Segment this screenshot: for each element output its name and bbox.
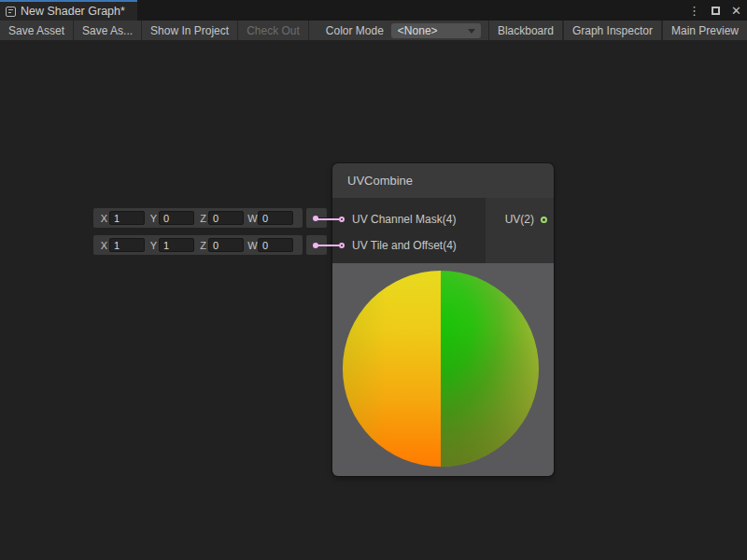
close-icon[interactable]: ✕ [731, 5, 741, 17]
axis-label-y: Y [148, 213, 159, 224]
node-header[interactable]: UVCombine [332, 163, 554, 198]
save-as-button[interactable]: Save As... [74, 21, 142, 40]
menu-kebab-icon[interactable]: ⋮ [688, 5, 700, 17]
vector-field-w[interactable] [258, 211, 293, 225]
blackboard-button[interactable]: Blackboard [488, 21, 563, 40]
preview-sphere [343, 271, 539, 467]
axis-label-w: W [247, 213, 258, 224]
node-body: UV Channel Mask(4) UV Tile and Offset(4)… [332, 198, 554, 263]
output-port-icon[interactable] [541, 217, 547, 223]
edge-uv-tile-offset[interactable] [317, 245, 339, 246]
node-uvcombine[interactable]: UVCombine UV Channel Mask(4) UV Tile and… [332, 163, 554, 476]
check-out-button: Check Out [238, 21, 309, 40]
axis-label-y: Y [148, 240, 159, 251]
axis-label-z: Z [198, 240, 208, 251]
chevron-down-icon [468, 29, 475, 34]
color-mode-value: <None> [398, 24, 438, 37]
vector4-input-row-1: X Y Z W [93, 208, 303, 228]
graph-inspector-button[interactable]: Graph Inspector [563, 21, 662, 40]
show-in-project-button[interactable]: Show In Project [142, 21, 238, 40]
save-asset-button[interactable]: Save Asset [0, 21, 74, 40]
axis-label-w: W [247, 240, 258, 251]
output-port-uv[interactable]: UV(2) [505, 214, 547, 225]
toolbar: Save Asset Save As... Show In Project Ch… [0, 21, 747, 40]
input-port-uv-channel-mask[interactable]: UV Channel Mask(4) [339, 214, 456, 225]
axis-label-z: Z [198, 213, 208, 224]
shader-graph-icon [6, 7, 16, 17]
maximize-icon[interactable] [712, 7, 720, 15]
input-port-icon[interactable] [339, 217, 345, 222]
color-mode-label: Color Mode [326, 21, 391, 40]
vector-field-x[interactable] [109, 238, 145, 252]
graph-canvas[interactable]: X Y Z W X Y Z W UVCombine UV Chann [0, 40, 747, 560]
vector-field-z[interactable] [208, 238, 244, 252]
node-output-column [486, 198, 554, 263]
vector-field-y[interactable] [159, 238, 194, 252]
input-port-label: UV Channel Mask(4) [352, 213, 456, 226]
input-port-label: UV Tile and Offset(4) [352, 239, 457, 252]
vector-field-w[interactable] [258, 238, 293, 252]
input-port-uv-tile-offset[interactable]: UV Tile and Offset(4) [339, 240, 457, 251]
output-port-label: UV(2) [505, 213, 534, 226]
main-preview-button[interactable]: Main Preview [662, 21, 747, 40]
node-preview [332, 263, 554, 476]
color-mode-dropdown[interactable]: <None> [391, 23, 481, 38]
vector-field-x[interactable] [109, 211, 145, 225]
node-title: UVCombine [347, 174, 413, 188]
toolbar-spacer [309, 21, 326, 40]
edge-uv-channel-mask[interactable] [317, 218, 339, 220]
vector-field-z[interactable] [208, 211, 244, 225]
tab-title: New Shader Graph* [21, 5, 125, 18]
title-bar: New Shader Graph* ⋮ ✕ [0, 0, 747, 21]
sphere-right-gradient [441, 271, 539, 467]
tab-new-shader-graph[interactable]: New Shader Graph* [0, 0, 137, 21]
vector4-input-row-2: X Y Z W [93, 235, 303, 255]
axis-label-x: X [99, 213, 109, 224]
input-port-icon[interactable] [339, 243, 345, 248]
axis-label-x: X [99, 240, 109, 251]
vector-field-y[interactable] [159, 211, 194, 225]
sphere-left-gradient [343, 271, 441, 467]
